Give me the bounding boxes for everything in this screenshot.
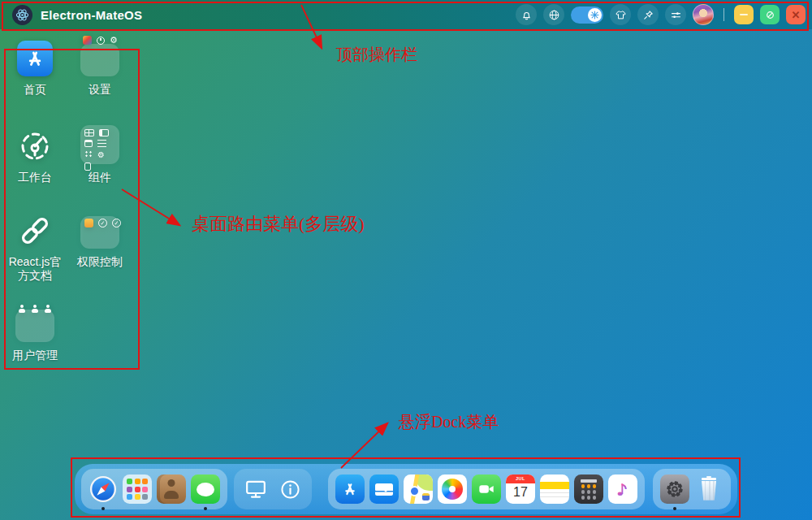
desktop-item-permissions-folder[interactable]: ✓ ✓ 权限控制 [68, 213, 132, 269]
components-folder-icon: ⚙ [80, 125, 119, 164]
desktop-item-label: 组件 [89, 171, 111, 184]
user-mini-icon [44, 305, 52, 313]
notifications-bell-icon[interactable] [516, 4, 537, 25]
shield-check-mini-icon: ✓ [98, 219, 107, 228]
topbar-divider [723, 8, 724, 21]
app-store-icon[interactable] [335, 474, 365, 504]
system-settings-icon[interactable] [660, 474, 689, 504]
app-logo-atom-icon[interactable] [12, 5, 32, 25]
desktop-item-label: 设置 [89, 83, 111, 97]
minimize-icon [740, 14, 748, 15]
permissions-folder-icon: ✓ ✓ [80, 216, 119, 249]
desktop-item-workbench[interactable]: 工作台 [3, 128, 67, 184]
minimize-button[interactable] [734, 5, 754, 24]
dock-group-settings [653, 469, 731, 509]
language-globe-icon[interactable] [543, 4, 564, 25]
messages-icon[interactable] [191, 474, 220, 504]
user-mini-icon [18, 305, 26, 313]
facetime-icon[interactable] [472, 474, 501, 504]
app-store-a-icon [17, 41, 53, 76]
desktop-item-settings-folder[interactable]: ⚙ 设置 [68, 41, 132, 97]
maximize-button[interactable] [760, 5, 780, 24]
maps-icon[interactable] [404, 474, 433, 504]
dock: JUL 17 [75, 464, 737, 514]
settings-folder-icon: ⚙ [80, 44, 119, 76]
desktop-item-home[interactable]: 首页 [3, 41, 67, 97]
desktop-item-label: 首页 [24, 83, 46, 97]
window-title: Electron-MateOS [41, 8, 142, 22]
mail-icon[interactable] [369, 474, 399, 504]
shield-check-mini-icon: ✓ [112, 219, 121, 228]
safari-icon[interactable] [89, 474, 118, 504]
gear-mini-icon: ⚙ [110, 36, 118, 45]
photos-icon[interactable] [438, 474, 467, 504]
desktop-item-components-folder[interactable]: ⚙ 组件 [68, 128, 132, 184]
clock-mini-icon [97, 37, 105, 45]
calendar-icon[interactable]: JUL 17 [506, 474, 535, 504]
calendar-month: JUL [506, 474, 535, 483]
topbar-actions: ✕ [516, 4, 806, 25]
running-indicator [204, 507, 207, 510]
table-mini-icon [84, 129, 94, 136]
preferences-sliders-icon[interactable] [665, 4, 686, 25]
snow-effect-toggle[interactable] [571, 6, 603, 24]
user-avatar[interactable] [693, 4, 714, 25]
theme-tshirt-icon[interactable] [610, 4, 631, 25]
dock-group-system [234, 469, 312, 509]
music-icon[interactable] [608, 474, 637, 504]
card-mini-icon [99, 129, 109, 136]
dock-group-communication [81, 469, 227, 509]
colorful-app-mini-icon [83, 36, 92, 45]
calculator-icon[interactable] [574, 474, 603, 504]
display-monitor-icon[interactable] [241, 474, 270, 504]
desktop-item-label: 权限控制 [77, 255, 123, 269]
calendar-day: 17 [513, 486, 528, 499]
close-icon: ✕ [792, 10, 801, 20]
topbar: Electron-MateOS [0, 0, 812, 29]
user-management-folder-icon [15, 310, 54, 342]
desktop-item-react-docs[interactable]: React.js官方文档 [3, 213, 67, 283]
grid-mini-icon [84, 150, 93, 158]
window-mini-icon [84, 140, 93, 147]
info-icon[interactable] [275, 474, 304, 504]
annotation-dock-label: 悬浮Dock菜单 [399, 411, 499, 433]
close-button[interactable]: ✕ [786, 5, 806, 24]
pin-icon[interactable] [637, 4, 659, 25]
annotation-topbar-label: 顶部操作栏 [336, 44, 417, 66]
list-mini-icon [97, 140, 106, 147]
desktop-item-label: 工作台 [18, 171, 52, 184]
notes-icon[interactable] [540, 474, 569, 504]
dock-group-apps: JUL 17 [328, 469, 645, 509]
desktop-item-label: 用户管理 [12, 349, 58, 362]
user-badge-mini-icon [84, 219, 93, 228]
desktop-item-user-management-folder[interactable]: 用户管理 [3, 306, 67, 362]
running-indicator [102, 507, 105, 510]
maximize-icon [765, 10, 775, 20]
launchpad-icon[interactable] [123, 474, 152, 504]
snowflake-icon [588, 8, 602, 22]
document-mini-icon [84, 162, 91, 171]
user-mini-icon [31, 305, 39, 313]
running-indicator [673, 507, 676, 510]
desktop-background: Electron-MateOS [0, 0, 812, 520]
link-chain-icon [17, 213, 53, 249]
desktop-item-label: React.js官方文档 [3, 255, 67, 283]
dashboard-gauge-icon [17, 128, 53, 164]
contacts-icon[interactable] [157, 474, 186, 504]
annotation-desktop-menu-label: 桌面路由菜单(多层级) [192, 212, 365, 236]
gear-mini-icon: ⚙ [97, 150, 105, 159]
trash-icon[interactable] [694, 474, 723, 504]
